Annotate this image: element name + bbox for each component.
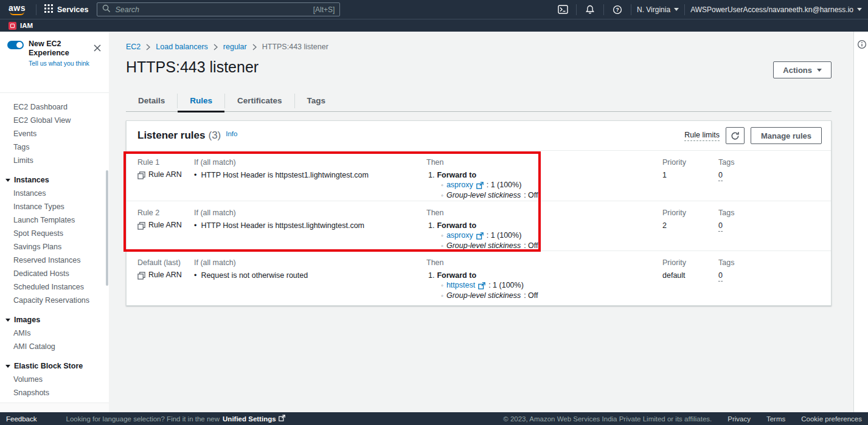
copy-icon[interactable]: [137, 272, 145, 280]
account-label: AWSPowerUserAccess/navaneeth.kn@harness.…: [690, 5, 853, 14]
help-panel-rail: [853, 32, 868, 412]
listener-tabs: Details Rules Certificates Tags: [126, 90, 832, 112]
sidebar-section-instances[interactable]: Instances: [0, 173, 109, 187]
tags-column-header: Tags: [718, 258, 831, 267]
privacy-link[interactable]: Privacy: [727, 415, 751, 423]
aws-logo[interactable]: aws: [9, 4, 26, 15]
sidebar-section-images[interactable]: Images: [0, 313, 109, 327]
sub-bullet-icon: ◦: [441, 180, 443, 190]
target-group-link[interactable]: httpstest: [446, 280, 475, 291]
sidebar-scrollbar[interactable]: [106, 170, 108, 286]
bullet-icon: •: [194, 221, 196, 230]
sidebar-item-scheduled-instances[interactable]: Scheduled Instances: [0, 280, 109, 294]
tags-column-header: Tags: [718, 209, 831, 217]
rule-priority: 2: [662, 221, 718, 230]
manage-rules-button[interactable]: Manage rules: [751, 127, 822, 144]
breadcrumb-ec2[interactable]: EC2: [126, 43, 141, 51]
rule-arn-label: Rule ARN: [148, 170, 182, 179]
sidebar-item-capacity-reservations[interactable]: Capacity Reservations: [0, 294, 109, 307]
help-icon[interactable]: ?: [609, 2, 625, 18]
breadcrumb-regular[interactable]: regular: [223, 43, 247, 51]
external-link-icon[interactable]: [476, 232, 484, 240]
priority-column-header: Priority: [662, 158, 718, 167]
sidebar-item-amis[interactable]: AMIs: [0, 327, 109, 340]
sidebar-section-elastic-block-store[interactable]: Elastic Block Store: [0, 359, 109, 373]
unified-settings-link[interactable]: Unified Settings: [223, 415, 285, 423]
rule-tags-count[interactable]: 0: [718, 221, 723, 232]
triangle-down-icon: [5, 179, 10, 182]
tags-column-header: Tags: [718, 158, 831, 167]
sidebar-item-savings-plans[interactable]: Savings Plans: [0, 240, 109, 254]
step-number: 1.: [428, 170, 434, 180]
sub-bullet-icon: ◦: [441, 241, 443, 251]
tab-tags[interactable]: Tags: [295, 90, 338, 112]
triangle-down-icon: [5, 365, 10, 368]
target-group-link[interactable]: asproxy: [446, 180, 473, 190]
cloudshell-icon[interactable]: [555, 2, 571, 18]
target-group-link[interactable]: asproxy: [446, 230, 473, 241]
stickiness-label: Group-level stickiness: [446, 291, 521, 300]
target-weight: : 1 (100%): [487, 180, 522, 190]
terms-link[interactable]: Terms: [766, 415, 785, 423]
sidebar-item-instances[interactable]: Instances: [0, 187, 109, 200]
listener-rules-header: Listener rules (3) Info Rule limits Mana…: [127, 121, 831, 151]
sidebar-item-reserved-instances[interactable]: Reserved Instances: [0, 254, 109, 267]
tab-certificates[interactable]: Certificates: [225, 90, 294, 112]
stickiness-value: : Off: [524, 241, 538, 251]
sidebar-item-spot-requests[interactable]: Spot Requests: [0, 227, 109, 240]
chevron-right-icon: [146, 44, 150, 50]
feedback-link[interactable]: Feedback: [6, 415, 37, 423]
favorite-service-iam[interactable]: IAM: [9, 22, 33, 30]
step-number: 1.: [428, 271, 434, 280]
footer: Feedback Looking for language selection?…: [0, 412, 868, 425]
info-link[interactable]: Info: [226, 130, 237, 137]
rule-limits-link[interactable]: Rule limits: [684, 131, 720, 141]
sidebar-item-dedicated-hosts[interactable]: Dedicated Hosts: [0, 267, 109, 280]
sidebar-item-limits[interactable]: Limits: [0, 154, 109, 167]
copy-icon[interactable]: [137, 222, 145, 230]
external-link-icon: [279, 415, 285, 423]
tab-rules[interactable]: Rules: [178, 90, 224, 112]
rule-tags-count[interactable]: 0: [718, 271, 723, 282]
iam-label: IAM: [20, 22, 33, 29]
tell-us-link[interactable]: Tell us what you think: [29, 60, 103, 67]
account-menu[interactable]: AWSPowerUserAccess/navaneeth.kn@harness.…: [690, 5, 862, 14]
notifications-bell-icon[interactable]: [582, 2, 598, 18]
breadcrumb-load-balancers[interactable]: Load balancers: [156, 43, 207, 51]
rule-condition: HTTP Host Header is httpstest1.lightwing…: [201, 170, 369, 180]
sidebar-item-ec2-dashboard[interactable]: EC2 Dashboard: [0, 100, 109, 114]
external-link-icon[interactable]: [476, 182, 484, 189]
rule-tags-count[interactable]: 0: [718, 170, 723, 181]
rule-condition: HTTP Host Header is httpstest.lightwingt…: [201, 221, 364, 230]
external-link-icon[interactable]: [478, 282, 485, 289]
refresh-button[interactable]: [726, 127, 745, 144]
sidebar-item-instance-types[interactable]: Instance Types: [0, 200, 109, 213]
actions-button[interactable]: Actions: [773, 61, 832, 78]
search-input[interactable]: [115, 5, 308, 14]
copy-icon[interactable]: [137, 171, 145, 179]
sidebar-item-ami-catalog[interactable]: AMI Catalog: [0, 340, 109, 353]
copyright-text: © 2023, Amazon Web Services India Privat…: [503, 415, 712, 423]
tab-details[interactable]: Details: [126, 90, 177, 112]
region-label: N. Virginia: [637, 5, 670, 14]
sidebar-item-launch-templates[interactable]: Launch Templates: [0, 213, 109, 227]
sidebar-item-snapshots[interactable]: Snapshots: [0, 386, 109, 399]
priority-column-header: Priority: [662, 258, 718, 267]
sidebar-item-ec2-global-view[interactable]: EC2 Global View: [0, 114, 109, 127]
sidebar-item-events[interactable]: Events: [0, 127, 109, 140]
stickiness-value: : Off: [524, 190, 538, 200]
new-experience-toggle[interactable]: [7, 41, 24, 49]
close-icon[interactable]: [93, 44, 102, 52]
sidebar-item-tags[interactable]: Tags: [0, 140, 109, 154]
sub-bullet-icon: ◦: [441, 280, 443, 291]
services-menu-button[interactable]: Services: [42, 4, 91, 15]
aws-logo-text: aws: [9, 4, 26, 12]
main-content: EC2 Load balancers regular HTTPS:443 lis…: [109, 32, 853, 412]
cookie-preferences-link[interactable]: Cookie preferences: [801, 415, 862, 423]
global-search-box[interactable]: [Alt+S]: [97, 2, 340, 16]
rule-arn-label: Rule ARN: [148, 271, 182, 279]
sidebar-item-volumes[interactable]: Volumes: [0, 373, 109, 386]
region-selector[interactable]: N. Virginia: [637, 5, 679, 14]
chevron-right-icon: [252, 44, 257, 50]
info-icon[interactable]: [854, 36, 868, 52]
